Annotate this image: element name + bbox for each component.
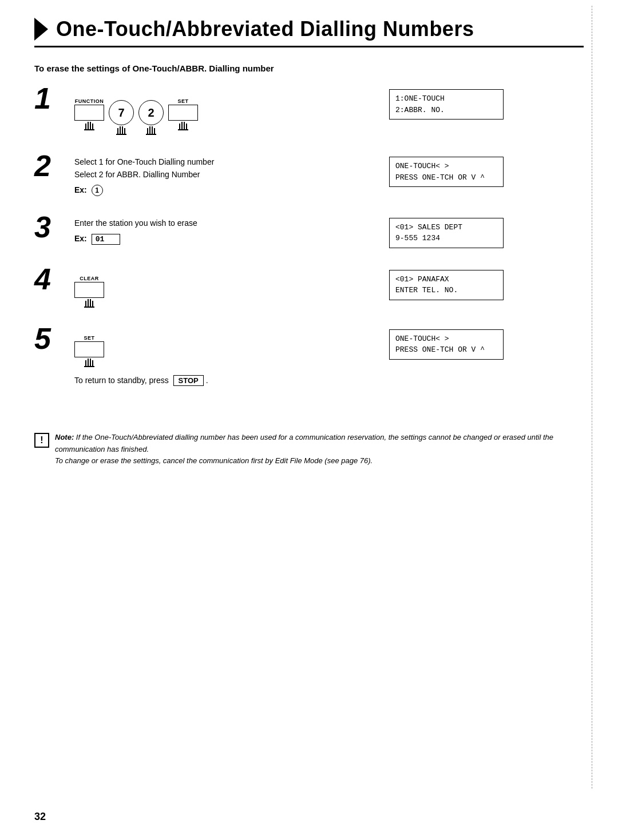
step-5-lcd-line1: ONE-TOUCH< > <box>395 333 497 345</box>
step-3-display: <01> SALES DEPT 9-555 1234 <box>309 214 584 248</box>
page-title: One-Touch/Abbreviated Dialling Numbers <box>56 17 474 41</box>
step-3-lcd: <01> SALES DEPT 9-555 1234 <box>389 218 504 248</box>
step-2-left: 2 Select 1 for One-Touch Dialling number… <box>34 153 309 196</box>
step-2-number: 2 <box>34 151 69 181</box>
function-key[interactable]: FUNCTION <box>74 98 104 130</box>
key-2-body: 2 <box>138 100 164 125</box>
step-2-lcd-line1: ONE-TOUCH< > <box>395 161 497 172</box>
step-1-content: FUNCTION <box>74 86 309 135</box>
standby-text: To return to standby, press <box>74 376 169 385</box>
set-key-1-hand <box>178 122 188 130</box>
set-key-5[interactable]: SET <box>74 335 104 367</box>
set-key-5-body <box>74 341 104 357</box>
step-1-lcd-line2: 2:ABBR. NO. <box>395 105 497 116</box>
step-4-lcd-line2: ENTER TEL. NO. <box>395 285 497 296</box>
clear-key[interactable]: CLEAR <box>74 276 104 308</box>
step-5-lcd: ONE-TOUCH< > PRESS ONE-TCH OR V ^ <box>389 329 504 360</box>
step-3-ex: Ex: 01 <box>74 234 309 245</box>
function-key-body <box>74 105 104 121</box>
note-icon: ! <box>34 433 49 448</box>
step-3-left: 3 Enter the station you wish to erase Ex… <box>34 214 309 245</box>
step-3-ex-box: 01 <box>92 234 120 245</box>
clear-key-hand <box>84 299 94 308</box>
page: One-Touch/Abbreviated Dialling Numbers T… <box>0 0 618 840</box>
step-1-lcd: 1:ONE-TOUCH 2:ABBR. NO. <box>389 89 504 120</box>
step-4-lcd: <01> PANAFAX ENTER TEL. NO. <box>389 270 504 300</box>
function-key-label: FUNCTION <box>75 98 104 104</box>
step-5-left: 5 SET To retur <box>34 326 309 386</box>
step-3-number: 3 <box>34 212 69 242</box>
step-1: 1 FUNCTION <box>34 86 584 135</box>
step-1-keys: FUNCTION <box>74 94 309 135</box>
set-key-1-label: SET <box>177 98 188 104</box>
key-7-hand <box>116 126 126 135</box>
step-3-lcd-line1: <01> SALES DEPT <box>395 222 497 233</box>
step-2-ex-value: 1 <box>92 185 103 196</box>
step-2-lcd: ONE-TOUCH< > PRESS ONE-TCH OR V ^ <box>389 157 504 187</box>
key-7[interactable]: X 7 <box>109 94 134 135</box>
step-2-text1: Select 1 for One-Touch Dialling number <box>74 156 309 168</box>
step-3-ex-label: Ex: <box>74 234 87 243</box>
period: . <box>206 376 208 385</box>
step-2-display: ONE-TOUCH< > PRESS ONE-TCH OR V ^ <box>309 153 584 187</box>
step-5: 5 SET To retur <box>34 326 584 386</box>
step-1-lcd-line1: 1:ONE-TOUCH <box>395 93 497 105</box>
section-subtitle: To erase the settings of One-Touch/ABBR.… <box>34 63 584 73</box>
step-2-content: Select 1 for One-Touch Dialling number S… <box>74 153 309 196</box>
step-2-lcd-line2: PRESS ONE-TCH OR V ^ <box>395 172 497 184</box>
set-key-1-body <box>168 105 198 121</box>
step-4-lcd-line1: <01> PANAFAX <box>395 274 497 285</box>
note-content: Note: If the One-Touch/Abbreviated diall… <box>55 432 584 467</box>
key-2[interactable]: X 2 <box>138 94 164 135</box>
title-bar: One-Touch/Abbreviated Dialling Numbers <box>34 17 584 47</box>
step-2-ex-label: Ex: <box>74 185 87 194</box>
step-4-left: 4 CLEAR <box>34 266 309 308</box>
set-key-5-hand <box>84 359 94 367</box>
step-2-text2: Select 2 for ABBR. Dialling Number <box>74 168 309 181</box>
step-1-left: 1 FUNCTION <box>34 86 309 135</box>
note-label: Note: <box>55 433 74 441</box>
step-3-lcd-line2: 9-555 1234 <box>395 233 497 244</box>
step-3-content: Enter the station you wish to erase Ex: … <box>74 214 309 245</box>
step-2-ex: Ex: 1 <box>74 185 309 196</box>
standby-text-row: To return to standby, press STOP . <box>74 375 309 386</box>
stop-button: STOP <box>173 375 204 386</box>
key-7-body: 7 <box>109 100 134 125</box>
note-section: ! Note: If the One-Touch/Abbreviated dia… <box>34 432 584 467</box>
note-text2: To change or erase the settings, cancel … <box>55 456 373 465</box>
step-5-lcd-line2: PRESS ONE-TCH OR V ^ <box>395 344 497 356</box>
title-arrow-icon <box>34 18 48 41</box>
set-key-1[interactable]: SET <box>168 98 198 130</box>
clear-key-label: CLEAR <box>80 276 99 281</box>
step-1-display: 1:ONE-TOUCH 2:ABBR. NO. <box>309 86 584 120</box>
step-3: 3 Enter the station you wish to erase Ex… <box>34 214 584 248</box>
clear-key-body <box>74 282 104 298</box>
function-hand-icon <box>84 122 94 130</box>
set-key-5-label: SET <box>84 335 94 341</box>
step-4-display: <01> PANAFAX ENTER TEL. NO. <box>309 266 584 300</box>
note-text1: If the One-Touch/Abbreviated dialling nu… <box>55 433 553 453</box>
page-number: 32 <box>34 811 46 823</box>
step-2: 2 Select 1 for One-Touch Dialling number… <box>34 153 584 196</box>
step-1-number: 1 <box>34 83 69 113</box>
step-5-content: SET To return to standby, press <box>74 326 309 386</box>
step-4-content: CLEAR <box>74 266 309 308</box>
step-4: 4 CLEAR <box>34 266 584 308</box>
step-3-text: Enter the station you wish to erase <box>74 217 309 229</box>
step-4-number: 4 <box>34 264 69 294</box>
step-5-number: 5 <box>34 324 69 353</box>
key-2-hand <box>146 126 156 135</box>
step-5-display: ONE-TOUCH< > PRESS ONE-TCH OR V ^ <box>309 326 584 360</box>
